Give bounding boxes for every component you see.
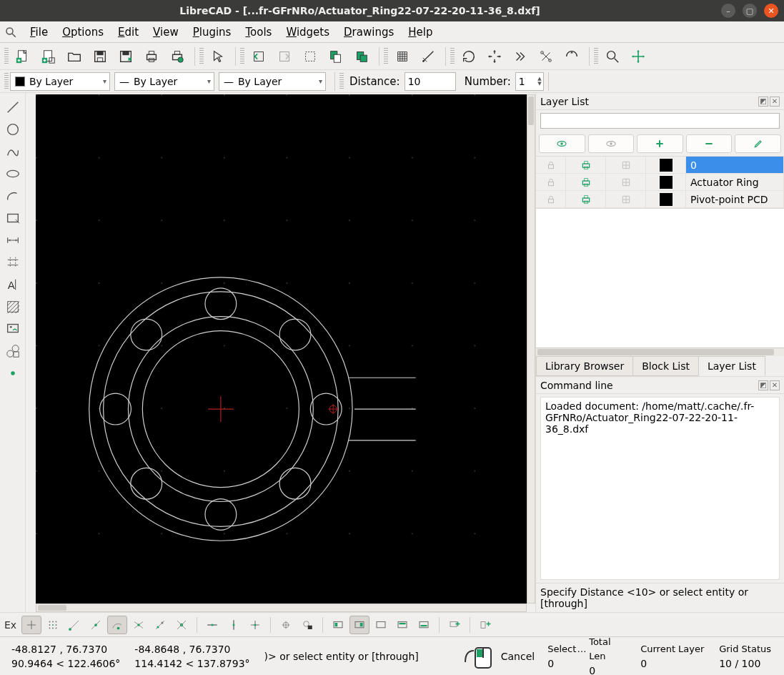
tab-layer-list[interactable]: Layer List [698,356,765,376]
circle-tool-button[interactable] [1,119,24,140]
select-window-button[interactable] [1,207,24,229]
cancel-label[interactable]: Cancel [495,651,540,662]
block-tool-button[interactable] [1,340,24,362]
menu-plugins[interactable]: Plugins [186,24,239,41]
tab-block-list[interactable]: Block List [632,356,699,376]
zoom-extents-button[interactable] [483,46,506,67]
hatch-tool-button[interactable] [1,296,24,317]
measure-button[interactable] [601,46,624,67]
restrict-vertical-button[interactable] [224,616,244,634]
add-custom-button[interactable] [475,616,495,634]
print-icon[interactable] [566,191,606,207]
construction-icon[interactable] [606,157,646,173]
point-tool-button[interactable] [1,363,24,384]
layer-row-1[interactable]: Actuator Ring [536,174,784,191]
dim-vert-button[interactable] [1,252,24,273]
layer-color-dropdown[interactable]: By Layer ▾ [10,72,110,91]
layer-filter-input[interactable] [540,113,780,129]
add-view-button[interactable] [445,616,465,634]
panel-close-button[interactable]: ✕ [770,380,780,390]
panel-close-button[interactable]: ✕ [770,97,780,107]
copy-button[interactable] [324,46,347,67]
layer-name-2[interactable]: Pivot-point PCD [686,191,784,207]
layer-name-0[interactable]: 0 [686,157,784,173]
lock-relative-zero-button[interactable] [297,616,317,634]
layer-color-swatch[interactable] [660,193,673,206]
screen3-button[interactable] [371,616,391,634]
zoom-pan-button[interactable] [560,46,583,67]
distance-input[interactable] [405,72,456,91]
draft-button[interactable] [417,46,440,67]
canvas-vertical-scrollbar[interactable] [527,94,535,603]
snap-free-button[interactable] [21,616,41,634]
layer-color-swatch[interactable] [660,159,673,172]
menu-widgets[interactable]: Widgets [279,24,337,41]
construction-icon[interactable] [606,174,646,190]
line-tool-button[interactable] [1,97,24,118]
zoom-previous-button[interactable] [509,46,532,67]
snap-onentity-button[interactable] [86,616,106,634]
zoom-window-button[interactable] [535,46,557,67]
menu-options[interactable]: Options [55,24,111,41]
relative-zero-button[interactable] [276,616,296,634]
screen4-button[interactable] [392,616,412,634]
restrict-ortho-button[interactable] [245,616,265,634]
open-file-button[interactable] [63,46,86,67]
line-width-dropdown[interactable]: — By Layer ▾ [114,72,214,91]
undo-button[interactable] [247,46,270,67]
layer-name-1[interactable]: Actuator Ring [686,174,784,190]
print-icon[interactable] [566,157,606,173]
print-preview-button[interactable] [166,46,189,67]
menu-drawings[interactable]: Drawings [337,24,401,41]
dim-horiz-button[interactable] [1,230,24,251]
tab-library-browser[interactable]: Library Browser [536,356,633,376]
app-zoom-icon[interactable] [4,26,17,39]
lock-icon[interactable] [536,174,566,190]
line-type-dropdown[interactable]: — By Layer ▾ [219,72,326,91]
toolbar-grip-p1[interactable] [4,73,9,90]
restrict-horizontal-button[interactable] [202,616,222,634]
toolbar-grip[interactable] [4,48,9,65]
print-icon[interactable] [566,174,606,190]
layer-hscroll[interactable] [536,348,784,356]
command-log[interactable]: Loaded document: /home/matt/.cache/.fr-G… [540,397,780,580]
canvas-horizontal-scrollbar[interactable] [36,603,527,612]
layer-row-0[interactable]: 0 [536,157,784,174]
number-spinner[interactable]: 1 ▲▼ [515,72,544,91]
layer-remove-button[interactable] [686,134,733,153]
saveas-button[interactable] [114,46,137,67]
layer-edit-button[interactable] [735,134,781,153]
layer-color-swatch[interactable] [660,176,673,189]
menu-edit[interactable]: Edit [111,24,146,41]
pointer-button[interactable] [207,46,229,67]
image-tool-button[interactable] [1,318,24,340]
snap-distance-button[interactable] [150,616,170,634]
arc-tool-button[interactable] [1,185,24,207]
menu-file[interactable]: File [23,24,55,41]
snap-intersection-button[interactable] [172,616,192,634]
cut-button[interactable] [299,46,322,67]
ellipse-tool-button[interactable] [1,163,24,184]
zoom-redraw-button[interactable] [457,46,480,67]
menu-view[interactable]: View [146,24,186,41]
grid-button[interactable] [391,46,414,67]
print-button[interactable] [140,46,163,67]
snap-middle-button[interactable] [129,616,149,634]
toolbar-grip-5[interactable] [450,48,455,65]
new-file-button[interactable] [11,46,34,67]
toolbar-grip-2[interactable] [199,48,204,65]
snap-grid-button[interactable] [43,616,63,634]
curve-tool-button[interactable] [1,141,24,162]
screen2-button[interactable] [349,616,369,634]
snap-endpoint-button[interactable] [64,616,84,634]
text-tool-button[interactable]: A [1,274,24,295]
move-button[interactable] [627,46,650,67]
menu-help[interactable]: Help [401,24,440,41]
toolbar-grip-3[interactable] [240,48,244,65]
window-maximize-button[interactable]: ▢ [743,4,757,18]
panel-undock-button[interactable]: ◩ [758,97,768,107]
snap-ex-label[interactable]: Ex [4,619,16,631]
save-button[interactable] [89,46,111,67]
paste-button[interactable] [350,46,373,67]
layer-hideall-button[interactable] [588,134,635,153]
